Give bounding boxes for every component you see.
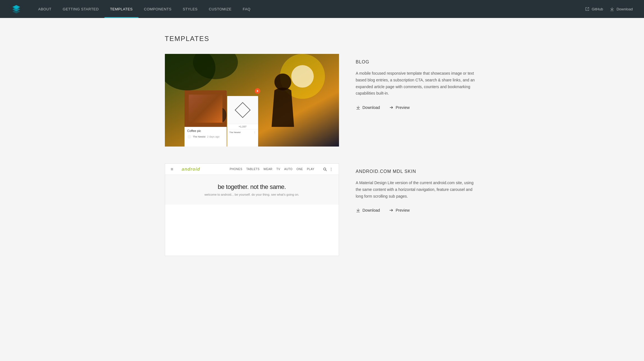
svg-rect-16	[192, 117, 222, 118]
page-title: TEMPLATES	[165, 35, 479, 43]
search-icon-android	[323, 167, 327, 171]
android-headline: be together. not the same.	[171, 183, 333, 191]
svg-point-6	[291, 65, 314, 88]
navbar-download-label: Download	[616, 7, 633, 11]
blog-card-right: +1,337 The Newist ⋮	[227, 96, 258, 147]
blog-card-right-wrapper: + +1,337 The Newist ⋮	[227, 90, 258, 147]
blog-newist-right: The Newist	[229, 131, 241, 134]
link-icon	[585, 7, 590, 11]
nav-item-faq[interactable]: FAQ	[237, 0, 256, 18]
android-template-actions: Download Preview	[356, 208, 479, 213]
svg-point-12	[192, 106, 206, 111]
template-card-blog: Coffee pic The Newist 2 days ago +	[165, 54, 479, 147]
nav-item-styles[interactable]: STYLES	[177, 0, 203, 18]
android-nav-icons: ⋮	[323, 167, 333, 172]
android-preview-image[interactable]: ≡ android PHONES TABLETS WEAR TV AUTO ON…	[165, 163, 339, 256]
android-hero: be together. not the same. welcome to an…	[165, 175, 339, 205]
blog-preview-label: Preview	[396, 105, 410, 110]
navbar-links: ABOUT GETTING STARTED TEMPLATES COMPONEN…	[33, 0, 585, 18]
svg-rect-10	[185, 90, 227, 127]
diamond-icon	[235, 102, 251, 118]
android-navbar: ≡ android PHONES TABLETS WEAR TV AUTO ON…	[165, 164, 339, 175]
android-nav-auto: AUTO	[284, 168, 293, 171]
svg-point-11	[192, 104, 206, 121]
navbar: ABOUT GETTING STARTED TEMPLATES COMPONEN…	[0, 0, 644, 18]
android-download-label: Download	[363, 208, 380, 213]
blog-preview-button[interactable]: Preview	[389, 105, 410, 110]
blog-card-count: +1,337	[227, 124, 258, 129]
navbar-download-link[interactable]: Download	[610, 7, 633, 11]
nav-item-components[interactable]: COMPONENTS	[138, 0, 177, 18]
avatar-icon	[187, 135, 191, 139]
android-preview-label: Preview	[396, 208, 410, 213]
blog-template-name: BLOG	[356, 60, 479, 65]
blog-download-label: Download	[363, 105, 380, 110]
android-template-description: A Material Design Lite version of the cu…	[356, 180, 479, 200]
svg-point-17	[324, 168, 326, 170]
more-icon-android: ⋮	[329, 167, 333, 172]
android-subtext: welcome to android... be yourself. do yo…	[171, 193, 333, 196]
android-nav-wear: WEAR	[263, 168, 272, 171]
blog-download-button[interactable]: Download	[356, 105, 380, 110]
nav-item-templates[interactable]: TEMPLATES	[104, 0, 138, 18]
blog-card-meta: The Newist 2 days ago	[185, 135, 227, 139]
android-logo: android	[182, 167, 200, 172]
nav-item-getting-started[interactable]: GETTING STARTED	[57, 0, 104, 18]
blog-template-actions: Download Preview	[356, 105, 479, 110]
android-nav-play: PLAY	[307, 168, 315, 171]
android-nav-links: PHONES TABLETS WEAR TV AUTO ONE PLAY	[230, 168, 315, 171]
download-icon-android	[356, 208, 360, 213]
blog-card-right-meta: The Newist ⋮	[227, 129, 258, 135]
android-preview-container: ≡ android PHONES TABLETS WEAR TV AUTO ON…	[165, 163, 339, 256]
svg-line-18	[326, 170, 327, 171]
blog-preview-image[interactable]: Coffee pic The Newist 2 days ago +	[165, 54, 339, 147]
github-label: GitHub	[592, 7, 603, 11]
logo[interactable]	[11, 4, 21, 14]
svg-point-14	[205, 108, 217, 113]
android-download-button[interactable]: Download	[356, 208, 380, 213]
arrow-right-icon-android	[389, 208, 393, 213]
menu-dots: ⋮	[254, 131, 256, 134]
android-template-name: ANDROID.COM MDL SKIN	[356, 169, 479, 174]
nav-item-customize[interactable]: CUSTOMIZE	[203, 0, 237, 18]
download-icon-blog	[356, 105, 360, 110]
svg-point-13	[205, 106, 217, 122]
blog-template-info: BLOG A mobile focused responsive templat…	[356, 54, 479, 110]
android-nav-tv: TV	[276, 168, 280, 171]
hamburger-icon: ≡	[171, 167, 173, 172]
svg-marker-3	[12, 10, 20, 13]
plus-badge: +	[255, 88, 260, 94]
nav-item-about[interactable]: ABOUT	[33, 0, 57, 18]
blog-card-caption: Coffee pic	[185, 127, 227, 135]
blog-time-label: 2 days ago	[207, 135, 220, 138]
android-nav-tablets: TABLETS	[246, 168, 260, 171]
blog-template-description: A mobile focused responsive template tha…	[356, 70, 479, 97]
download-icon-nav	[610, 7, 614, 11]
android-nav-phones: PHONES	[230, 168, 242, 171]
blog-card-icon	[227, 96, 258, 124]
android-template-info: ANDROID.COM MDL SKIN A Material Design L…	[356, 163, 479, 213]
android-nav-one: ONE	[296, 168, 303, 171]
main-content: TEMPLATES	[154, 18, 491, 290]
navbar-right: GitHub Download	[585, 7, 633, 11]
svg-point-15	[216, 108, 226, 122]
arrow-right-icon-blog	[389, 105, 393, 110]
template-card-android: ≡ android PHONES TABLETS WEAR TV AUTO ON…	[165, 163, 479, 256]
github-link[interactable]: GitHub	[585, 7, 603, 11]
android-preview-button[interactable]: Preview	[389, 208, 410, 213]
blog-card-left: Coffee pic The Newist 2 days ago	[185, 90, 227, 147]
coffee-mugs-svg	[185, 90, 227, 127]
blog-newist-label: The Newist	[193, 135, 206, 138]
